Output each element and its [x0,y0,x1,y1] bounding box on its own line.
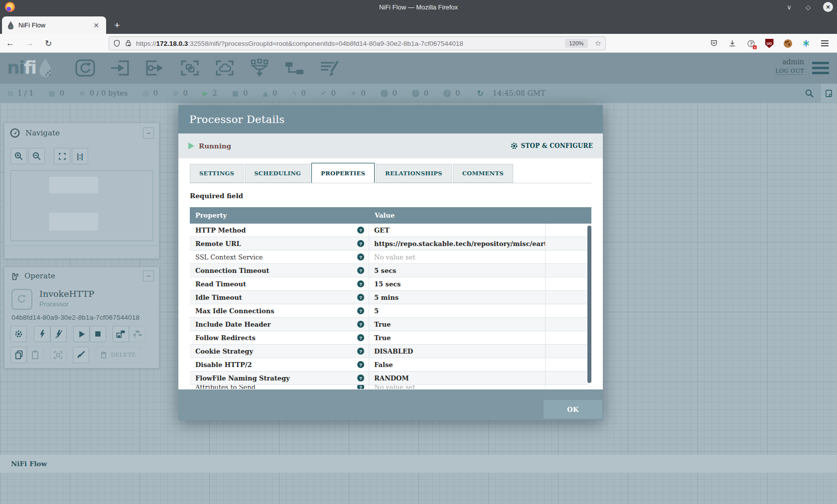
configure-button[interactable] [10,326,27,342]
property-value: No value set [374,253,415,261]
property-help-icon[interactable]: ? [357,280,364,287]
url-bar[interactable]: https://172.18.0.3:32558/nifi/?processGr… [109,36,606,50]
property-value: False [374,361,393,369]
property-row[interactable]: Disable HTTP/2?False [190,358,591,372]
new-tab-button[interactable]: + [111,19,124,32]
status-running-components: ▶2 [203,89,217,97]
tab-close-icon[interactable]: ✕ [91,21,101,29]
back-button-icon[interactable]: ← [6,38,14,48]
window-minimize-icon[interactable]: ∨ [785,3,793,11]
zoom-in-button[interactable] [10,148,27,164]
property-row[interactable]: Remote URL?https://repo.stackable.tech/r… [190,237,591,251]
logout-link[interactable]: LOG OUT [775,68,804,75]
shield-icon[interactable] [113,39,121,47]
property-help-icon[interactable]: ? [357,348,364,355]
search-icon[interactable] [798,84,820,103]
url-text[interactable]: https://172.18.0.3:32558/nifi/?processGr… [136,40,565,47]
drag-remote-process-group-icon[interactable] [213,58,236,79]
tab-comments[interactable]: COMMENTS [453,164,513,183]
tab-properties[interactable]: PROPERTIES [311,163,375,183]
lock-icon[interactable] [125,39,132,47]
invalid-components-icon: ▲ [263,89,268,97]
refresh-status[interactable]: ↻ 14:45:08 GMT [477,89,545,98]
property-row[interactable]: HTTP Method?GET [190,224,591,237]
status-sync-failure-versioned: ?0 [443,89,460,97]
copy-button[interactable] [10,347,27,363]
drag-template-icon[interactable] [283,58,306,79]
downloads-icon[interactable] [728,39,737,48]
property-row[interactable]: Include Date Header?True [190,318,591,331]
tab-settings[interactable]: SETTINGS [190,164,244,183]
disable-button[interactable] [50,326,67,342]
stop-and-configure-button[interactable]: STOP & CONFIGURE [510,142,593,150]
operate-collapse-icon[interactable]: − [143,270,154,281]
breadcrumb[interactable]: NiFi Flow [11,460,47,468]
drag-funnel-icon[interactable] [248,58,271,79]
property-row[interactable]: Idle Timeout?5 mins [190,291,591,304]
property-row[interactable]: SSL Context Service?No value set [190,251,591,264]
property-row[interactable]: Cookie Strategy?DISABLED [190,345,591,358]
property-help-icon[interactable]: ? [357,227,364,234]
tab-relationships[interactable]: RELATIONSHIPS [376,164,452,183]
stop-button[interactable] [90,326,106,342]
stopped-components-icon: ■ [232,89,239,97]
change-color-button[interactable] [73,347,89,363]
property-help-icon[interactable]: ? [357,321,364,328]
property-help-icon[interactable]: ? [357,307,364,314]
birdseye-view[interactable] [10,170,153,241]
enable-button[interactable] [34,326,50,342]
cookie-extension-icon[interactable] [783,39,792,48]
property-help-icon[interactable]: ? [357,385,364,389]
drag-output-port-icon[interactable] [143,58,166,79]
nifi-global-menu-icon[interactable] [812,62,829,74]
save-flow-version-button[interactable] [113,326,129,342]
browser-tab[interactable]: NiFi Flow ✕ [2,16,106,34]
drag-label-icon[interactable] [318,58,341,79]
property-help-icon[interactable]: ? [357,375,364,381]
navigate-collapse-icon[interactable]: − [143,127,154,138]
status-connected-nodes: ⧉1 / 1 [8,89,34,98]
value-column-header: Value [369,207,546,224]
pocket-icon[interactable] [709,39,718,48]
drag-processor-icon[interactable] [74,58,97,79]
browser-menu-icon[interactable] [820,39,829,48]
run-status-label: Running [199,142,231,150]
window-close-icon[interactable]: ✕ [823,2,833,12]
property-row[interactable]: Read Timeout?15 secs [190,277,591,291]
processor-type-icon [11,289,32,310]
connected-nodes-count: 1 / 1 [17,89,34,97]
start-button[interactable] [73,326,90,342]
zoom-level-badge[interactable]: 120% [565,39,587,48]
property-row[interactable]: Max Idle Connections?5 [190,304,591,318]
property-row[interactable]: FlowFile Naming Strategy?RANDOM [190,372,591,385]
property-help-icon[interactable]: ? [357,334,364,341]
stale-versioned-count: 0 [393,89,397,97]
property-help-icon[interactable]: ? [357,253,364,260]
zoom-out-button[interactable] [28,148,45,164]
window-maximize-icon[interactable]: ◇ [804,3,812,11]
property-help-icon[interactable]: ? [357,294,364,301]
not-transmitting-remote-process-groups-icon: ⊘ [173,89,179,97]
property-row[interactable]: Connection Timeout?5 secs [190,264,591,277]
zoom-fit-button[interactable] [54,148,70,164]
property-row[interactable]: Attributes to Send?No value set [190,385,591,389]
table-scrollbar[interactable] [587,224,591,389]
tab-scheduling[interactable]: SCHEDULING [245,164,310,183]
drag-input-port-icon[interactable] [109,58,132,79]
asterisk-extension-icon[interactable] [802,39,811,48]
bookmark-star-icon[interactable]: ☆ [595,39,601,48]
property-help-icon[interactable]: ? [357,240,364,247]
reload-button-icon[interactable]: ↻ [45,38,52,49]
zoom-actual-size-button[interactable]: |:| [72,148,88,164]
ublock-origin-icon[interactable]: UO [765,39,774,48]
selected-component-type: Processor [39,300,94,308]
property-help-icon[interactable]: ? [357,361,364,368]
ok-button[interactable]: OK [544,400,602,419]
drag-process-group-icon[interactable] [178,58,201,79]
scrollbar-thumb[interactable] [587,226,591,383]
property-row[interactable]: Follow Redirects?True [190,331,591,345]
extension-icon[interactable] [746,39,755,48]
hand-icon [9,271,19,281]
bulletin-panel-icon[interactable] [820,84,837,103]
property-help-icon[interactable]: ? [357,267,364,274]
